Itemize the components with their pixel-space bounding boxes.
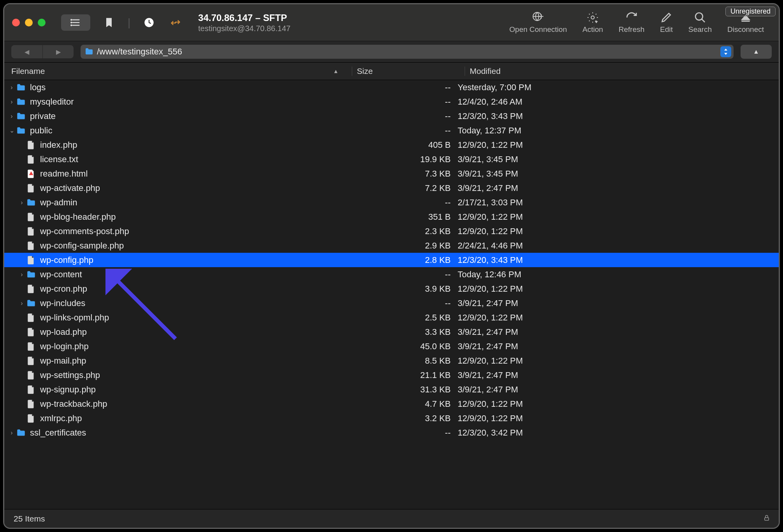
transfers-button[interactable]	[168, 15, 183, 30]
disclosure-triangle[interactable]: ›	[18, 271, 26, 278]
file-size: 2.9 KB	[345, 241, 458, 251]
title-bar: | 34.70.86.147 – SFTP testingsitex@34.70…	[4, 4, 779, 41]
file-row[interactable]: wp-links-opml.php2.5 KB12/9/20, 1:22 PM	[4, 310, 779, 325]
file-modified: 12/9/20, 1:22 PM	[458, 313, 775, 323]
path-bar[interactable]: /www/testingsitex_556	[81, 45, 734, 59]
file-size: 2.3 KB	[345, 226, 458, 236]
sort-ascending-icon: ▲	[333, 68, 339, 74]
file-row[interactable]: ⌄public--Today, 12:37 PM	[4, 123, 779, 138]
disclosure-triangle[interactable]: ›	[7, 84, 16, 91]
refresh-button[interactable]: Refresh	[611, 4, 653, 41]
svg-marker-17	[724, 53, 727, 55]
file-name: wp-trackback.php	[40, 399, 107, 409]
file-row[interactable]: wp-signup.php31.3 KB3/9/21, 2:47 PM	[4, 382, 779, 397]
file-row[interactable]: wp-mail.php8.5 KB12/9/20, 1:22 PM	[4, 354, 779, 368]
action-button[interactable]: Action	[575, 4, 611, 41]
file-name: wp-activate.php	[40, 183, 100, 193]
path-text: /www/testingsitex_556	[97, 47, 720, 57]
file-name: public	[30, 126, 52, 136]
file-row[interactable]: ›wp-content--Today, 12:46 PM	[4, 267, 779, 282]
disclosure-triangle[interactable]: ›	[18, 300, 26, 307]
traffic-lights	[12, 19, 46, 26]
file-row[interactable]: ›wp-includes--3/9/21, 2:47 PM	[4, 296, 779, 310]
file-size: 31.3 KB	[345, 385, 458, 395]
search-button[interactable]: Search	[681, 4, 720, 41]
file-list[interactable]: ›logs--Yesterday, 7:00 PM›mysqleditor--1…	[4, 80, 779, 509]
file-row[interactable]: readme.html7.3 KB3/9/21, 3:45 PM	[4, 166, 779, 181]
nav-back-button[interactable]: ◀	[11, 45, 42, 58]
path-dropdown-stepper[interactable]	[720, 46, 731, 57]
svg-marker-11	[595, 21, 598, 23]
svg-marker-16	[724, 49, 727, 51]
file-modified: Today, 12:46 PM	[458, 270, 775, 280]
file-name: readme.html	[40, 169, 88, 179]
svg-line-13	[702, 19, 705, 22]
disclosure-triangle[interactable]: ›	[7, 429, 16, 436]
column-header-size[interactable]: Size	[352, 66, 465, 76]
file-row[interactable]: ›private--12/3/20, 3:43 PM	[4, 109, 779, 123]
file-row[interactable]: ›ssl_certificates--12/3/20, 3:42 PM	[4, 425, 779, 440]
file-name: wp-admin	[40, 198, 77, 208]
file-row[interactable]: index.php405 B12/9/20, 1:22 PM	[4, 138, 779, 152]
file-modified: 12/9/20, 1:22 PM	[458, 284, 775, 294]
minimize-window-button[interactable]	[25, 19, 33, 26]
sftp-window: | 34.70.86.147 – SFTP testingsitex@34.70…	[3, 3, 780, 529]
file-name: wp-includes	[40, 298, 85, 308]
file-size: 7.3 KB	[345, 169, 458, 179]
file-row[interactable]: ›mysqleditor--12/4/20, 2:46 AM	[4, 94, 779, 109]
file-row[interactable]: wp-activate.php7.2 KB3/9/21, 2:47 PM	[4, 181, 779, 195]
file-size: --	[345, 270, 458, 280]
file-row[interactable]: wp-login.php45.0 KB3/9/21, 2:47 PM	[4, 339, 779, 354]
bookmarks-button[interactable]	[101, 15, 117, 30]
window-subtitle: testingsitex@34.70.86.147	[198, 24, 290, 33]
column-header-filename[interactable]: Filename	[11, 66, 352, 76]
close-window-button[interactable]	[12, 19, 20, 26]
file-size: 2.5 KB	[345, 313, 458, 323]
edit-button[interactable]: Edit	[652, 4, 681, 41]
file-size: --	[345, 97, 458, 107]
unregistered-badge[interactable]: Unregistered	[725, 7, 776, 16]
file-row[interactable]: wp-config.php2.8 KB12/3/20, 3:43 PM	[4, 253, 779, 267]
file-row[interactable]: ›logs--Yesterday, 7:00 PM	[4, 80, 779, 94]
file-size: 405 B	[345, 140, 458, 150]
file-name: wp-settings.php	[40, 370, 100, 380]
file-row[interactable]: wp-comments-post.php2.3 KB12/9/20, 1:22 …	[4, 224, 779, 238]
file-row[interactable]: wp-settings.php21.1 KB3/9/21, 2:47 PM	[4, 368, 779, 382]
file-size: --	[345, 198, 458, 208]
open-connection-button[interactable]: Open Connection	[502, 4, 575, 41]
zoom-window-button[interactable]	[38, 19, 46, 26]
disclosure-triangle[interactable]: ›	[7, 113, 16, 120]
svg-rect-18	[765, 518, 769, 520]
column-header-modified[interactable]: Modified	[465, 66, 772, 76]
outline-view-button[interactable]	[61, 14, 90, 31]
go-up-button[interactable]: ▲	[741, 45, 772, 59]
disclosure-triangle[interactable]: ⌄	[7, 127, 16, 134]
file-row[interactable]: ›wp-admin--2/17/21, 3:03 PM	[4, 195, 779, 210]
file-row[interactable]: wp-cron.php3.9 KB12/9/20, 1:22 PM	[4, 282, 779, 296]
nav-forward-button[interactable]: ▶	[42, 45, 74, 58]
file-size: 7.2 KB	[345, 183, 458, 193]
file-modified: 3/9/21, 2:47 PM	[458, 298, 775, 308]
disclosure-triangle[interactable]: ›	[18, 199, 26, 206]
history-button[interactable]	[141, 15, 157, 30]
status-item-count: 25 Items	[14, 514, 45, 523]
file-row[interactable]: wp-load.php3.3 KB3/9/21, 2:47 PM	[4, 325, 779, 339]
file-name: ssl_certificates	[30, 428, 86, 438]
svg-point-5	[71, 25, 72, 26]
file-modified: 12/3/20, 3:43 PM	[458, 255, 775, 265]
file-modified: Yesterday, 7:00 PM	[458, 82, 775, 93]
file-row[interactable]: xmlrpc.php3.2 KB12/9/20, 1:22 PM	[4, 411, 779, 425]
file-row[interactable]: wp-blog-header.php351 B12/9/20, 1:22 PM	[4, 210, 779, 224]
file-size: 21.1 KB	[345, 370, 458, 380]
disclosure-triangle[interactable]: ›	[7, 98, 16, 105]
file-row[interactable]: wp-config-sample.php2.9 KB2/24/21, 4:46 …	[4, 238, 779, 253]
file-modified: 12/3/20, 3:42 PM	[458, 428, 775, 438]
column-headers: Filename ▲ Size Modified	[4, 63, 779, 80]
svg-point-12	[695, 13, 703, 20]
file-row[interactable]: license.txt19.9 KB3/9/21, 3:45 PM	[4, 152, 779, 166]
file-modified: 12/9/20, 1:22 PM	[458, 226, 775, 236]
file-row[interactable]: wp-trackback.php4.7 KB12/9/20, 1:22 PM	[4, 397, 779, 411]
lock-icon	[763, 514, 770, 523]
file-modified: 2/24/21, 4:46 PM	[458, 241, 775, 251]
file-modified: 12/3/20, 3:43 PM	[458, 111, 775, 121]
